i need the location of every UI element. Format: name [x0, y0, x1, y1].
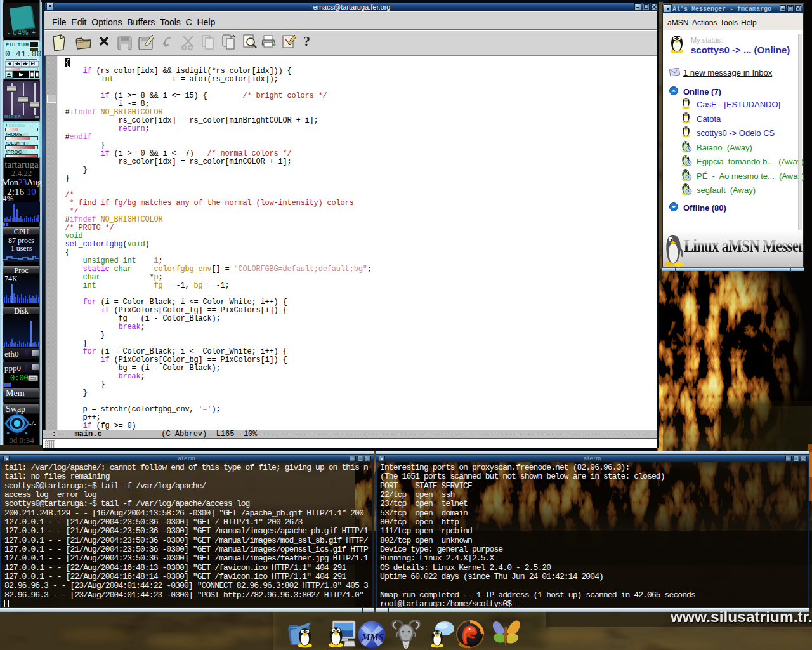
- svg-text:MMS: MMS: [361, 632, 384, 642]
- svg-text:?: ?: [303, 33, 310, 49]
